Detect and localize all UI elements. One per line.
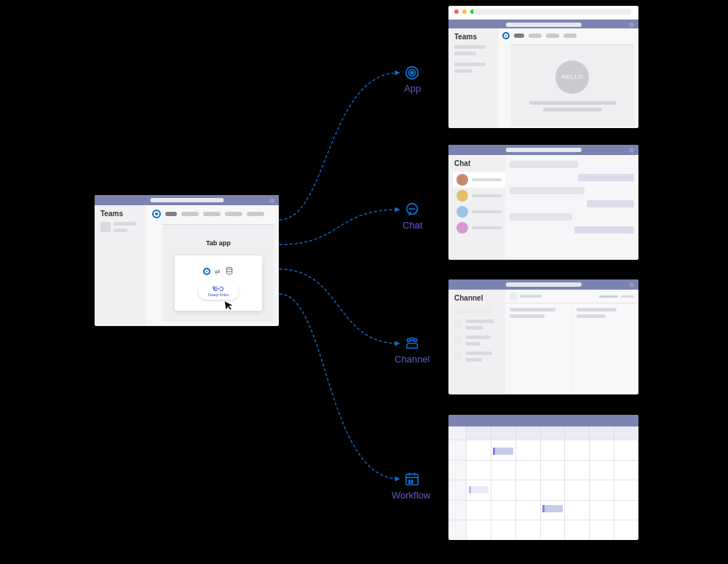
- branch-label-chat: Chat: [403, 221, 422, 230]
- hello-badge: HELLO: [555, 60, 589, 94]
- search-bar-placeholder: [505, 282, 581, 287]
- svg-point-12: [411, 482, 413, 484]
- content-label: Tab app: [162, 239, 274, 247]
- window-control-icon: [269, 198, 274, 203]
- branch-label-channel: Channel: [395, 354, 430, 364]
- window-control-icon: [629, 148, 634, 153]
- channel-sidebar: Channel: [448, 290, 505, 394]
- avatar: [456, 206, 468, 218]
- deep-links-pill: Deep links: [198, 282, 239, 300]
- sidebar-title: Channel: [454, 294, 501, 302]
- chat-list-item: [453, 204, 505, 220]
- search-bar-placeholder: [505, 23, 581, 27]
- avatar: [456, 222, 468, 234]
- tab-item: [225, 212, 242, 216]
- database-icon: [225, 266, 234, 277]
- chat-bubble-self: [574, 226, 634, 234]
- sidebar-title: Teams: [454, 33, 494, 41]
- sidebar-title: Chat: [453, 159, 505, 167]
- app-logo-icon: [502, 32, 510, 39]
- app-content: HELLO: [511, 44, 634, 126]
- svg-point-5: [407, 338, 410, 341]
- chat-panel: Chat: [448, 145, 638, 260]
- workflow-panel: [448, 415, 638, 540]
- team-avatar-icon: [100, 222, 111, 232]
- app-panel: Teams HELLO: [448, 6, 638, 128]
- tab-row: [146, 205, 279, 221]
- avatar: [456, 190, 468, 202]
- tab-active: [514, 33, 524, 38]
- chat-list-item: [453, 220, 505, 236]
- chat-list-item: [453, 188, 505, 204]
- workflow-calendar-icon: [404, 471, 420, 487]
- chat-bubble: [510, 161, 578, 168]
- tab-item: [181, 212, 199, 216]
- arrow-icon: ⇄: [215, 268, 221, 275]
- sidebar-title: Teams: [100, 210, 142, 218]
- svg-point-7: [414, 338, 417, 341]
- branch-label-workflow: Workflow: [392, 490, 430, 500]
- channel-content: [505, 290, 638, 394]
- sidebar: Teams: [448, 28, 498, 128]
- title-bar: [448, 145, 638, 155]
- title-bar: [448, 415, 638, 426]
- app-target-icon: [404, 65, 420, 81]
- svg-point-6: [411, 338, 414, 341]
- chat-list: Chat: [448, 155, 505, 260]
- calendar-event: [469, 486, 489, 493]
- calendar-event: [493, 448, 513, 455]
- tab-item: [203, 212, 221, 216]
- channel-people-icon: [404, 335, 420, 351]
- title-bar: [448, 279, 638, 290]
- chat-bubble: [510, 187, 584, 194]
- channel-panel: Channel: [448, 279, 638, 394]
- browser-chrome: [448, 6, 638, 20]
- title-bar: [448, 20, 638, 28]
- calendar-grid: [448, 426, 638, 540]
- link-icon: [213, 286, 224, 293]
- chat-bubble-self: [578, 174, 634, 181]
- svg-point-10: [411, 480, 413, 482]
- chat-bubble: [510, 213, 571, 221]
- deep-links-label: Deep links: [208, 293, 229, 297]
- avatar: [456, 174, 468, 186]
- svg-point-0: [226, 267, 232, 269]
- window-control-icon: [629, 23, 634, 28]
- calendar-event: [542, 505, 563, 512]
- svg-point-9: [408, 480, 410, 482]
- tab-active: [165, 212, 177, 216]
- svg-point-3: [411, 71, 414, 74]
- deep-link-card: ⇄ Deep links: [175, 255, 262, 311]
- chat-bubble-self: [587, 200, 634, 207]
- main-area: HELLO: [498, 28, 638, 128]
- chat-list-item: [453, 172, 505, 188]
- search-bar-placeholder: [505, 148, 581, 152]
- app-logo-icon: [152, 210, 161, 218]
- chat-thread: [505, 155, 638, 260]
- tab-item: [247, 212, 264, 216]
- branch-label-app: App: [404, 84, 421, 93]
- tab-content: Tab app ⇄: [162, 224, 274, 322]
- url-bar: [473, 9, 631, 15]
- chat-icon: [404, 202, 420, 218]
- traffic-light-icons: [454, 9, 475, 14]
- sidebar: Teams: [95, 205, 146, 326]
- search-bar-placeholder: [150, 198, 223, 202]
- source-panel: Teams Tab app: [95, 195, 279, 326]
- main-area: Tab app ⇄: [146, 205, 279, 326]
- title-bar: [95, 195, 279, 205]
- svg-point-11: [408, 482, 410, 484]
- window-control-icon: [629, 282, 634, 287]
- app-logo-icon: [203, 268, 210, 275]
